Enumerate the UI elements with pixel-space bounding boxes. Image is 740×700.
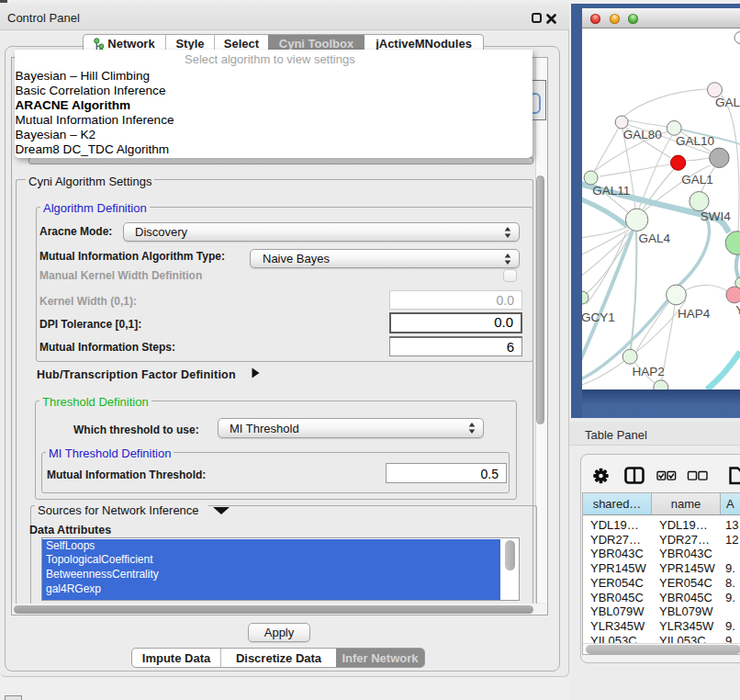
svg-text:HAP2: HAP2: [633, 365, 665, 378]
svg-text:GAL10: GAL10: [676, 134, 714, 148]
svg-text:GCY1: GCY1: [582, 310, 615, 324]
svg-text:GAL1: GAL1: [681, 173, 713, 186]
svg-text:SWI4: SWI4: [701, 209, 731, 223]
svg-text:HAP4: HAP4: [678, 307, 711, 321]
svg-text:Y: Y: [735, 303, 740, 317]
svg-text:GAL80: GAL80: [623, 128, 662, 141]
svg-text:GAL4: GAL4: [639, 231, 671, 245]
svg-text:GAL11: GAL11: [592, 184, 630, 198]
svg-text:GAL7: GAL7: [715, 96, 740, 109]
